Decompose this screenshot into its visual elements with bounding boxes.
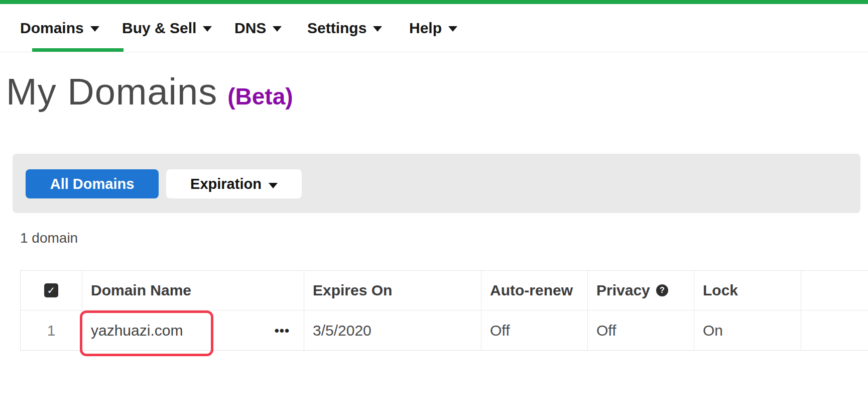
nav-item-domains[interactable]: Domains xyxy=(20,4,99,52)
beta-badge: (Beta) xyxy=(227,85,293,108)
domain-count-text: 1 domain xyxy=(20,230,78,246)
chevron-down-icon xyxy=(203,26,212,32)
domains-table: ✓ Domain Name Expires On Auto-renew Priv… xyxy=(20,270,868,351)
nav-item-dns[interactable]: DNS xyxy=(234,4,282,52)
ellipsis-icon: ••• xyxy=(275,323,290,338)
active-nav-underline xyxy=(32,48,123,52)
my-domains-page: Domains Buy & Sell DNS Settings Help My … xyxy=(0,0,868,418)
nav-item-dns-label: DNS xyxy=(234,20,266,37)
brand-top-bar xyxy=(0,0,868,4)
chevron-down-icon xyxy=(273,26,282,32)
privacy-help-icon[interactable]: ? xyxy=(656,284,668,296)
domain-name-link[interactable]: yazhuazi.com xyxy=(91,322,183,339)
expires-on-cell: 3/5/2020 xyxy=(304,310,481,350)
chevron-down-icon xyxy=(448,26,457,32)
page-header: My Domains (Beta) xyxy=(6,73,293,111)
select-all-header-cell: ✓ xyxy=(21,271,82,310)
column-header-privacy-label: Privacy xyxy=(596,282,650,299)
filter-toolbar: All Domains Expiration xyxy=(13,154,860,213)
column-header-privacy: Privacy ? xyxy=(588,271,694,310)
chevron-down-icon xyxy=(269,183,278,188)
expiration-filter-label: Expiration xyxy=(190,176,262,192)
more-options-button[interactable]: ••• xyxy=(275,324,290,337)
nav-item-settings-label: Settings xyxy=(307,20,366,37)
lock-cell: On xyxy=(694,310,801,350)
column-header-auto-renew: Auto-renew xyxy=(481,271,588,310)
expiration-filter-button[interactable]: Expiration xyxy=(166,169,302,198)
nav-item-domains-label: Domains xyxy=(20,20,84,37)
column-header-actions xyxy=(801,271,868,310)
chevron-down-icon xyxy=(373,26,382,32)
row-number-cell: 1 xyxy=(21,310,82,350)
page-title: My Domains xyxy=(6,73,217,111)
question-mark-glyph: ? xyxy=(660,286,665,295)
nav-item-help[interactable]: Help xyxy=(409,4,457,52)
actions-cell xyxy=(801,310,868,350)
nav-item-help-label: Help xyxy=(409,20,442,37)
chevron-down-icon xyxy=(90,26,99,32)
privacy-cell: Off xyxy=(588,310,694,350)
checkmark-icon: ✓ xyxy=(47,284,56,296)
auto-renew-cell: Off xyxy=(481,310,588,350)
main-nav: Domains Buy & Sell DNS Settings Help xyxy=(0,4,868,52)
nav-item-buy-and-sell-label: Buy & Sell xyxy=(122,20,196,37)
nav-item-buy-and-sell[interactable]: Buy & Sell xyxy=(122,4,212,52)
domain-name-cell: yazhuazi.com ••• xyxy=(82,310,304,350)
select-all-checkbox[interactable]: ✓ xyxy=(44,283,58,297)
nav-item-settings[interactable]: Settings xyxy=(307,4,382,52)
all-domains-filter-label: All Domains xyxy=(50,176,135,192)
column-header-lock: Lock xyxy=(694,271,801,310)
all-domains-filter-button[interactable]: All Domains xyxy=(26,169,159,198)
column-header-expires-on: Expires On xyxy=(304,271,481,310)
column-header-domain-name: Domain Name xyxy=(82,271,304,310)
